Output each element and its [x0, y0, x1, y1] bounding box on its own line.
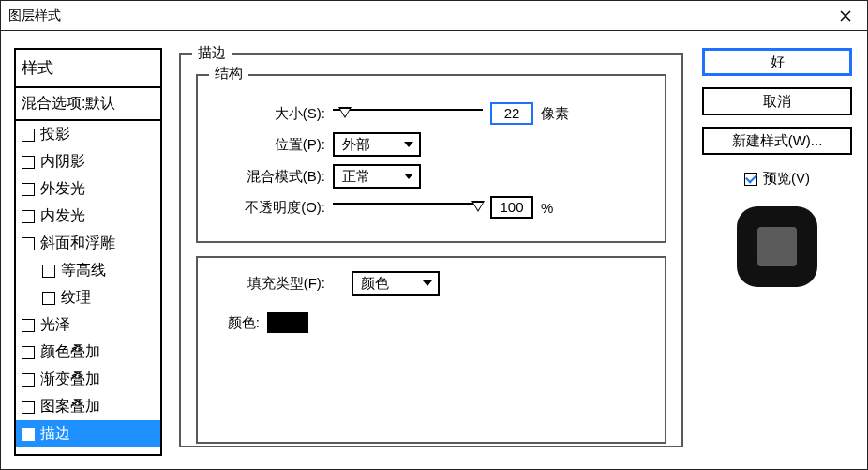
chevron-down-icon [404, 142, 413, 147]
style-item-label: 图案叠加 [40, 397, 100, 417]
opacity-unit: % [541, 200, 553, 216]
blend-mode-select[interactable]: 正常 [333, 164, 421, 189]
blend-defaults[interactable]: 混合选项:默认 [16, 88, 160, 121]
fill-type-label: 填充类型(F): [211, 275, 333, 293]
checkbox-icon[interactable] [22, 237, 35, 250]
size-slider[interactable] [333, 105, 483, 122]
checkbox-icon[interactable] [42, 292, 55, 305]
styles-header[interactable]: 样式 [16, 50, 160, 88]
position-select[interactable]: 外部 [333, 132, 421, 157]
stroke-settings: 描边 结构 大小(S): 22 像素 位置(P): [179, 48, 683, 456]
stroke-group-title: 描边 [192, 44, 232, 62]
fill-type-value: 颜色 [361, 275, 389, 293]
style-item[interactable]: 等高线 [16, 257, 160, 284]
checkbox-icon[interactable] [22, 129, 35, 142]
style-item-label: 渐变叠加 [40, 370, 100, 389]
preview-label: 预览(V) [763, 170, 810, 188]
checkbox-icon[interactable] [42, 265, 55, 278]
cancel-button[interactable]: 取消 [702, 87, 852, 115]
style-item[interactable]: 内阴影 [16, 148, 160, 175]
position-value: 外部 [342, 136, 370, 154]
preview-checkbox[interactable]: 预览(V) [744, 170, 810, 188]
style-item[interactable]: 图案叠加 [16, 393, 160, 420]
style-item-label: 内阴影 [40, 152, 85, 172]
opacity-label: 不透明度(O): [211, 199, 333, 217]
size-unit: 像素 [541, 105, 569, 123]
style-item[interactable]: 投影 [16, 121, 160, 148]
color-swatch[interactable] [267, 312, 308, 333]
ok-button[interactable]: 好 [702, 48, 852, 76]
position-label: 位置(P): [211, 136, 333, 154]
style-item-label: 内发光 [40, 206, 85, 226]
style-item-label: 光泽 [40, 315, 70, 335]
layer-style-dialog: 图层样式 样式 混合选项:默认 投影内阴影外发光内发光斜面和浮雕等高线纹理光泽颜… [0, 0, 868, 470]
structure-title: 结构 [209, 65, 248, 83]
checkbox-icon[interactable] [22, 346, 35, 359]
style-item[interactable]: 纹理 [16, 284, 160, 311]
checkbox-icon[interactable] [22, 428, 35, 441]
style-item-label: 颜色叠加 [40, 342, 100, 362]
preview-thumbnail [737, 206, 817, 287]
style-item[interactable]: 描边 [16, 420, 160, 447]
check-icon [744, 173, 757, 186]
styles-list: 样式 混合选项:默认 投影内阴影外发光内发光斜面和浮雕等高线纹理光泽颜色叠加渐变… [14, 48, 162, 456]
window-title: 图层样式 [8, 8, 61, 24]
fill-type-select[interactable]: 颜色 [352, 271, 440, 296]
style-item[interactable]: 渐变叠加 [16, 366, 160, 393]
chevron-down-icon [404, 174, 413, 179]
blend-mode-label: 混合模式(B): [211, 168, 333, 186]
style-item-label: 斜面和浮雕 [40, 234, 115, 253]
style-item-label: 描边 [40, 424, 70, 444]
checkbox-icon[interactable] [22, 319, 35, 332]
opacity-slider[interactable] [333, 199, 483, 216]
close-button[interactable] [824, 1, 867, 30]
checkbox-icon[interactable] [22, 210, 35, 223]
opacity-input[interactable]: 100 [490, 196, 533, 219]
chevron-down-icon [423, 280, 432, 286]
style-item-label: 投影 [40, 125, 70, 144]
style-item-label: 纹理 [61, 288, 91, 308]
style-item-label: 外发光 [40, 179, 85, 199]
checkbox-icon[interactable] [22, 373, 35, 387]
close-icon [840, 10, 851, 22]
color-label: 颜色: [211, 314, 267, 332]
dialog-body: 样式 混合选项:默认 投影内阴影外发光内发光斜面和浮雕等高线纹理光泽颜色叠加渐变… [1, 31, 867, 469]
style-item[interactable]: 斜面和浮雕 [16, 230, 160, 257]
right-buttons: 好 取消 新建样式(W)... 预览(V) [700, 48, 854, 456]
size-input[interactable]: 22 [490, 102, 533, 125]
checkbox-icon[interactable] [22, 183, 35, 196]
style-item[interactable]: 外发光 [16, 175, 160, 203]
style-item[interactable]: 内发光 [16, 203, 160, 230]
checkbox-icon[interactable] [22, 156, 35, 169]
style-item[interactable]: 颜色叠加 [16, 339, 160, 366]
style-item[interactable]: 光泽 [16, 311, 160, 339]
new-style-button[interactable]: 新建样式(W)... [702, 127, 852, 155]
style-item-label: 等高线 [61, 261, 106, 280]
checkbox-icon[interactable] [22, 401, 35, 414]
blend-mode-value: 正常 [342, 168, 370, 186]
titlebar: 图层样式 [1, 1, 867, 31]
size-label: 大小(S): [211, 105, 333, 123]
